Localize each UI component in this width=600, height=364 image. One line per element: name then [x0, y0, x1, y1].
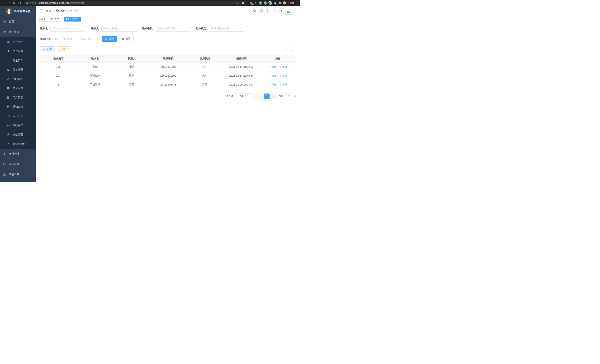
search-button[interactable]: 搜索	[102, 36, 117, 42]
extension-emoji-avatar[interactable]	[282, 1, 287, 5]
export-button[interactable]: 导出	[56, 46, 71, 52]
extension-chat-icon[interactable]	[273, 1, 277, 5]
fullscreen-icon[interactable]	[272, 9, 276, 13]
table-cell: 2021-12-14 21:02:09	[223, 62, 260, 71]
page-number-button[interactable]: 1	[264, 93, 270, 99]
reset-button[interactable]: 重置	[119, 36, 134, 42]
github-icon[interactable]	[259, 9, 263, 13]
end-date[interactable]: 结束日期	[77, 37, 95, 41]
row-actions: 修改删除	[260, 80, 296, 89]
edit-link[interactable]: 修改	[269, 83, 277, 86]
page-content: 租户名 联系人 联系手机 租户状态 请选择租户状态	[36, 22, 300, 182]
mobile-input[interactable]	[155, 26, 191, 32]
table-cell: 测试	[113, 62, 150, 71]
delete-link[interactable]: 删除	[279, 74, 287, 77]
browser-menu-icon[interactable]	[296, 2, 296, 4]
column-header: 操作	[260, 55, 296, 62]
tag-tenant-active[interactable]: 租户管理 ×	[64, 17, 81, 21]
prev-page-button[interactable]	[258, 94, 263, 99]
extension-y-icon[interactable]: Y	[268, 1, 272, 5]
chevron-down-icon	[31, 134, 33, 136]
add-button[interactable]: 新增	[40, 46, 55, 52]
table-toolbar: 新增 导出	[40, 46, 296, 52]
close-icon[interactable]: ×	[60, 18, 61, 20]
forward-icon[interactable]	[7, 0, 11, 5]
sidebar-item-menu[interactable]: 菜单管理	[0, 65, 36, 75]
sidebar-item-audit-log[interactable]: 审计日志	[0, 112, 36, 121]
sidebar-item-sms[interactable]: 短信管理	[0, 130, 36, 139]
tag-dept[interactable]: 部门管理 ×	[48, 17, 63, 21]
app-logo[interactable]: 芋道管理系统	[0, 6, 36, 17]
delete-link[interactable]: 删除	[279, 65, 287, 68]
sidebar-item-home[interactable]: 首页	[0, 17, 36, 27]
toggle-search-button[interactable]	[284, 47, 289, 52]
extension-grid-icon[interactable]: 10	[249, 1, 253, 5]
contact-input[interactable]	[102, 26, 137, 32]
pencil-icon	[269, 75, 271, 77]
sidebar-item-pay[interactable]: ¥ 支付管理	[0, 149, 36, 159]
avatar-broken-image[interactable]	[285, 7, 292, 15]
top-navbar: 首页 / 系统管理 / 租户管理	[36, 6, 300, 16]
filter-row-2: 创建时间 开始日期 - 结束日期 搜索 重置	[40, 36, 296, 42]
edit-link[interactable]: 修改	[269, 74, 277, 77]
sidebar-item-system[interactable]: 系统管理	[0, 27, 36, 37]
delete-link[interactable]: 删除	[279, 83, 287, 86]
next-page-button[interactable]	[271, 94, 276, 99]
sidebar-item-dict[interactable]: 字典管理	[0, 93, 36, 102]
sidebar-item-devtools[interactable]: 研发工具	[0, 169, 36, 180]
share-icon[interactable]	[236, 1, 240, 5]
refresh-table-button[interactable]	[291, 47, 296, 52]
browser-update-button[interactable]: 更新	[288, 1, 298, 5]
address-bar[interactable]: 不安全 dashboard.yudao.iocoder.cn /system/t…	[24, 1, 247, 5]
font-size-icon[interactable]	[279, 9, 282, 13]
sidebar-item-post[interactable]: 岗位管理	[0, 84, 36, 93]
status-select[interactable]: 请选择租户状态	[209, 26, 244, 32]
chevron-down-icon	[240, 28, 242, 30]
infra-monitor-icon	[3, 163, 6, 166]
sidebar-item-user[interactable]: 用户管理	[0, 47, 36, 56]
table-cell: 测试租户	[77, 71, 113, 80]
role-users-icon	[7, 59, 10, 62]
search-icon[interactable]	[253, 9, 257, 13]
goto-page-input[interactable]	[285, 93, 292, 99]
breadcrumb-current: 租户管理	[70, 9, 80, 13]
extension-command-icon[interactable]: ⌘	[258, 1, 262, 5]
breadcrumb-system[interactable]: 系统管理	[55, 9, 66, 13]
date-range-picker[interactable]: 开始日期 - 结束日期	[53, 36, 97, 42]
hamburger-icon[interactable]	[39, 9, 43, 13]
tenant-name-input[interactable]	[50, 26, 86, 32]
sidebar-item-dept[interactable]: 部门管理	[0, 75, 36, 84]
extensions-puzzle-icon[interactable]	[278, 1, 282, 5]
sidebar-item-notice[interactable]: 通知公告	[0, 102, 36, 112]
search-icon	[105, 38, 108, 40]
start-date[interactable]: 开始日期	[58, 37, 75, 41]
extension-record-icon[interactable]	[263, 1, 267, 5]
page-size-select[interactable]: 10条/页	[236, 93, 254, 99]
reload-icon[interactable]	[12, 0, 17, 5]
back-icon[interactable]	[1, 0, 6, 5]
sidebar-item-tenant[interactable]: 租户管理	[0, 37, 36, 47]
help-icon[interactable]	[265, 9, 270, 13]
sidebar-item-error-code[interactable]: 错误码管理	[0, 139, 36, 149]
chevron-down-icon	[251, 95, 253, 97]
column-header: 租户名	[77, 55, 113, 62]
star-icon[interactable]	[241, 1, 245, 5]
sidebar-item-role[interactable]: 角色管理	[0, 56, 36, 65]
edit-link[interactable]: 修改	[269, 65, 277, 68]
table-row: 1芋道源码芋艿17321315478开启2021-01-05 17:03:47修…	[40, 80, 296, 89]
trash-icon	[279, 65, 282, 68]
breadcrumb-home[interactable]: 首页	[46, 9, 51, 13]
tags-view-bar: 首页 部门管理 × 租户管理 ×	[36, 16, 300, 22]
devtools-toolbox-icon	[3, 173, 6, 176]
chevron-down-icon	[31, 163, 33, 165]
column-header: 租户编号	[40, 55, 77, 62]
sidebar-item-online-user[interactable]: 在线用户	[0, 121, 36, 130]
home-icon[interactable]	[17, 0, 22, 5]
close-icon[interactable]: ×	[78, 18, 79, 20]
goto-label: 前往	[279, 95, 283, 98]
tag-home[interactable]: 首页	[39, 17, 47, 21]
column-header: 联系人	[113, 55, 150, 62]
extension-balloon-icon[interactable]	[254, 1, 258, 5]
sidebar-item-infra[interactable]: 基础设施	[0, 159, 36, 169]
caret-down-icon[interactable]: ▼	[295, 11, 297, 13]
